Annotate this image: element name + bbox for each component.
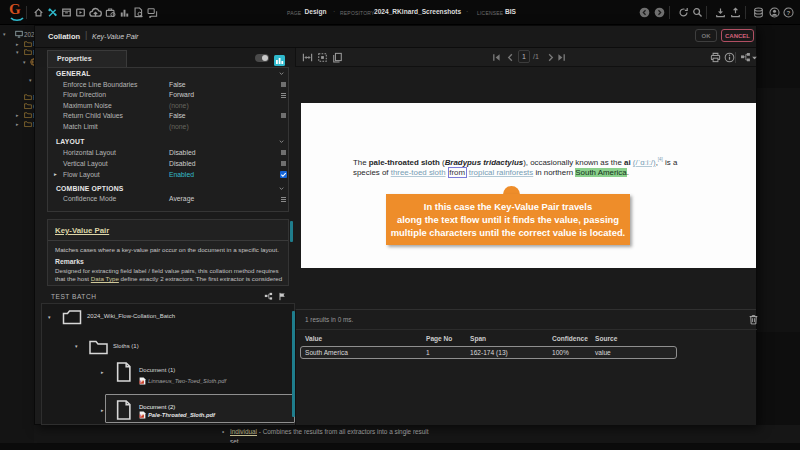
refresh-icon[interactable] — [678, 7, 689, 18]
doc-link[interactable]: (/ˈɑːiː/) — [633, 158, 656, 167]
property-section-header[interactable]: LAYOUT — [48, 136, 288, 147]
property-value[interactable]: False — [169, 112, 186, 119]
expander-arrow-icon[interactable]: ▾ — [23, 59, 26, 65]
chevron-down-icon[interactable] — [279, 187, 284, 190]
nav-forward-icon[interactable] — [654, 7, 665, 18]
info-icon[interactable] — [724, 52, 735, 63]
column-header-source[interactable]: Source — [595, 335, 617, 342]
property-section-header[interactable]: COMBINE OPTIONS — [48, 183, 288, 194]
document-page[interactable]: The pale-throated sloth (Bradypus tridac… — [301, 103, 756, 268]
property-row[interactable]: Vertical LayoutDisabled — [48, 158, 288, 169]
cancel-button[interactable]: CANCEL — [721, 29, 754, 42]
expander-arrow-icon[interactable]: ▾ — [29, 77, 32, 83]
menu-lines-icon[interactable] — [281, 92, 286, 97]
download-icon[interactable] — [715, 7, 726, 18]
previous-page-icon[interactable] — [506, 53, 515, 62]
expander-arrow-icon[interactable]: ▸ — [101, 407, 104, 413]
checkbox-unchecked-icon[interactable] — [281, 161, 286, 166]
property-row[interactable]: Confidence ModeAverage — [48, 193, 288, 204]
batch-root-label[interactable]: 2024_Wiki_Flow-Collation_Batch — [87, 313, 175, 319]
expander-arrow-icon[interactable]: ▾ — [48, 314, 51, 320]
chevron-down-icon[interactable] — [279, 72, 284, 75]
search-icon[interactable] — [692, 7, 703, 18]
property-row[interactable]: Flow DirectionForward — [48, 89, 288, 100]
first-page-icon[interactable] — [492, 53, 501, 62]
checkbox-unchecked-icon[interactable] — [281, 82, 286, 87]
diagnostics-chart-icon[interactable] — [274, 52, 285, 63]
document-title[interactable]: Document (2) — [139, 404, 175, 410]
last-page-icon[interactable] — [557, 53, 566, 62]
diagnostics-nodes-icon[interactable] — [740, 52, 751, 63]
property-value[interactable]: Forward — [169, 91, 194, 98]
statistics-icon[interactable] — [119, 7, 130, 18]
user-account-icon[interactable] — [769, 7, 780, 18]
page-number-input[interactable]: 1 — [518, 50, 530, 63]
document-file-row[interactable]: Pale-Throated_Sloth.pdf — [139, 411, 215, 420]
home-icon[interactable] — [33, 7, 44, 18]
doc-link[interactable]: tropical rainforests — [469, 168, 533, 177]
help-scrollbar-thumb[interactable] — [290, 221, 293, 242]
grooper-logo[interactable]: G — [9, 1, 21, 18]
dropdown-caret-icon[interactable] — [752, 56, 757, 60]
doc-link[interactable]: three-toed sloth — [391, 168, 446, 177]
help-title-link[interactable]: Key-Value Pair — [55, 226, 109, 235]
document-title[interactable]: Document (1) — [139, 367, 175, 373]
property-row[interactable]: Match Limit(none) — [48, 121, 288, 132]
expander-arrow-icon[interactable]: ▸ — [16, 121, 19, 127]
print-icon[interactable] — [710, 52, 721, 63]
expander-arrow-icon[interactable]: ▾ — [16, 49, 19, 55]
ok-button[interactable]: OK — [695, 29, 717, 42]
folder-label[interactable]: Sloths (1) — [113, 343, 139, 349]
chevron-down-icon[interactable] — [279, 140, 284, 143]
jobs-icon[interactable] — [105, 7, 116, 18]
property-value[interactable]: Average — [169, 195, 194, 202]
design-tools-icon[interactable] — [47, 7, 58, 18]
checkbox-unchecked-icon[interactable] — [281, 150, 286, 155]
property-value[interactable]: Disabled — [169, 149, 195, 156]
cloud-upload-icon[interactable] — [89, 6, 102, 19]
data-type-link[interactable]: Data Type — [91, 275, 119, 282]
trash-icon[interactable] — [749, 314, 758, 325]
next-page-icon[interactable] — [546, 53, 555, 62]
region-select-icon[interactable] — [317, 52, 328, 63]
expander-arrow-icon[interactable]: ▾ — [3, 31, 6, 37]
checkbox-unchecked-icon[interactable] — [281, 113, 286, 118]
expander-arrow-icon[interactable]: ▸ — [16, 112, 19, 118]
property-value[interactable]: (none) — [169, 123, 189, 130]
pages-icon[interactable] — [332, 52, 343, 63]
expander-arrow-icon[interactable]: ▸ — [16, 41, 19, 47]
column-header-confidence[interactable]: Confidence — [552, 335, 588, 342]
property-row[interactable]: Maximum Noise(none) — [48, 100, 288, 111]
document-search-icon[interactable] — [133, 7, 144, 18]
database-icon[interactable] — [753, 7, 764, 18]
column-header-value[interactable]: Value — [305, 335, 322, 342]
nav-back-icon[interactable] — [639, 7, 650, 18]
page-value[interactable]: Design — [305, 8, 327, 15]
menu-lines-icon[interactable] — [281, 196, 286, 201]
document-file-row[interactable]: Linnaeus_Two-Toed_Sloth.pdf — [139, 377, 226, 386]
repository-value[interactable]: 2024_RKinard_Screenshots — [374, 8, 461, 15]
batches-icon[interactable] — [61, 7, 72, 18]
row-expander-icon[interactable]: ▸ — [54, 171, 57, 177]
property-row[interactable]: Enforce Line BoundariesFalse — [48, 79, 288, 90]
individual-link[interactable]: Individual — [230, 428, 257, 435]
property-row[interactable]: ▸Flow LayoutEnabled — [48, 169, 288, 180]
help-icon[interactable] — [783, 7, 794, 18]
property-value[interactable]: Enabled — [169, 171, 194, 178]
property-value[interactable]: Disabled — [169, 160, 195, 167]
hierarchy-icon[interactable] — [264, 292, 273, 301]
property-row[interactable]: Return Child ValuesFalse — [48, 110, 288, 121]
tab-properties[interactable]: Properties — [47, 50, 127, 67]
expander-arrow-icon[interactable]: ▾ — [75, 343, 78, 349]
checkbox-checked-icon[interactable] — [280, 171, 287, 178]
expander-arrow-icon[interactable]: ▸ — [101, 369, 104, 375]
property-value[interactable]: (none) — [169, 102, 189, 109]
column-header-span[interactable]: Span — [470, 335, 486, 342]
fit-width-icon[interactable] — [302, 52, 313, 63]
messages-icon[interactable] — [147, 7, 158, 18]
upload-icon[interactable] — [730, 7, 741, 18]
toggle-switch[interactable] — [255, 54, 269, 62]
property-value[interactable]: False — [169, 81, 186, 88]
media-play-icon[interactable] — [75, 7, 86, 18]
property-row[interactable]: Horizontal LayoutDisabled — [48, 147, 288, 158]
